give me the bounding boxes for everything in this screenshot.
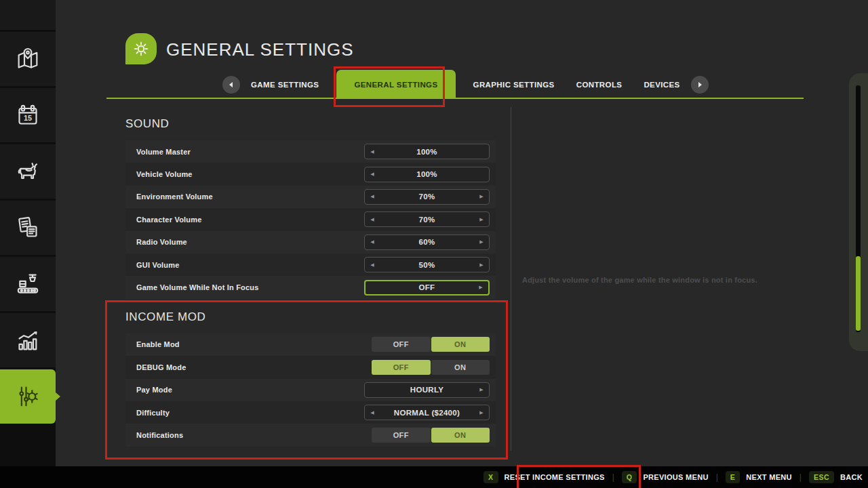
setting-label: Difficulty bbox=[136, 409, 170, 417]
setting-label: DEBUG Mode bbox=[136, 363, 186, 371]
setting-control: OFFON bbox=[364, 360, 490, 375]
stepper-right-arrow-icon[interactable]: ▶ bbox=[475, 258, 488, 272]
next-tabs-button[interactable] bbox=[691, 76, 709, 94]
key-badge: Q bbox=[622, 471, 637, 483]
section-title: INCOME MOD bbox=[125, 310, 496, 324]
stepper-right-arrow-icon[interactable]: ▶ bbox=[475, 190, 488, 204]
keybind-bar: XRESET INCOME SETTINGS|QPREVIOUS MENU|EN… bbox=[0, 466, 868, 488]
stepper-left-arrow-icon[interactable]: ◀ bbox=[366, 258, 378, 272]
animals-icon bbox=[14, 158, 41, 185]
calendar-icon: 15 bbox=[14, 102, 41, 129]
prev-tabs-button[interactable] bbox=[222, 76, 240, 94]
setting-control: OFFON bbox=[364, 428, 490, 443]
tab-controls[interactable]: CONTROLS bbox=[576, 81, 623, 89]
keybind-previous-menu[interactable]: QPREVIOUS MENU bbox=[622, 471, 709, 483]
value-stepper[interactable]: ◀60%▶ bbox=[364, 235, 490, 250]
toggle-group: OFFON bbox=[372, 337, 490, 352]
setting-control: ◀70%▶ bbox=[364, 189, 490, 205]
setting-row: Vehicle Volume◀100% bbox=[125, 163, 496, 185]
value-stepper[interactable]: ◀70%▶ bbox=[364, 211, 490, 227]
setting-control: HOURLY▶ bbox=[364, 382, 490, 398]
stepper-right-arrow-icon[interactable]: ▶ bbox=[475, 212, 488, 226]
stepper-right-arrow-icon[interactable]: ▶ bbox=[475, 235, 488, 249]
sidebar-item-animals[interactable] bbox=[0, 144, 56, 199]
scrollbar-thumb[interactable] bbox=[856, 256, 861, 331]
setting-control: OFF▶ bbox=[364, 280, 490, 296]
stepper-left-arrow-icon[interactable]: ◀ bbox=[366, 167, 378, 182]
production-icon bbox=[14, 270, 41, 298]
settings-icon bbox=[14, 383, 41, 410]
setting-label: Notifications bbox=[136, 431, 183, 439]
chevron-right-icon bbox=[698, 82, 702, 87]
toggle-off-button[interactable]: OFF bbox=[372, 337, 431, 352]
setting-control: ◀100% bbox=[364, 144, 490, 159]
setting-control: ◀NORMAL ($2400)▶ bbox=[364, 405, 490, 420]
gear-icon bbox=[125, 33, 157, 64]
tab-underline bbox=[106, 98, 804, 99]
stepper-left-arrow-icon[interactable]: ◀ bbox=[366, 405, 378, 420]
setting-control: ◀70%▶ bbox=[364, 211, 490, 227]
sidebar-item-settings[interactable] bbox=[0, 369, 56, 424]
keybind-separator: | bbox=[716, 472, 718, 482]
setting-control: ◀100% bbox=[364, 167, 490, 182]
setting-label: Game Volume While Not In Focus bbox=[136, 283, 259, 291]
setting-label: Radio Volume bbox=[136, 238, 187, 246]
value-stepper[interactable]: ◀NORMAL ($2400)▶ bbox=[364, 405, 490, 420]
toggle-on-button[interactable]: ON bbox=[431, 337, 490, 352]
stepper-value: 70% bbox=[419, 216, 435, 224]
toggle-group: OFFON bbox=[372, 428, 490, 443]
sidebar-item-calendar[interactable]: 15 bbox=[0, 88, 56, 142]
stepper-left-arrow-icon[interactable]: ◀ bbox=[366, 144, 378, 159]
scrollbar[interactable] bbox=[849, 73, 868, 351]
value-stepper[interactable]: ◀100% bbox=[364, 167, 490, 182]
setting-row: Environment Volume◀70%▶ bbox=[125, 186, 496, 208]
sidebar-item-contracts[interactable] bbox=[0, 201, 56, 255]
sidebar-item-statistics[interactable] bbox=[0, 313, 56, 367]
keybind-label: PREVIOUS MENU bbox=[643, 473, 708, 481]
scrollbar-track[interactable] bbox=[856, 85, 861, 332]
setting-row: NotificationsOFFON bbox=[125, 424, 496, 446]
stepper-left-arrow-icon[interactable]: ◀ bbox=[366, 190, 378, 204]
setting-label: Pay Mode bbox=[136, 386, 172, 394]
tab-general-settings[interactable]: GENERAL SETTINGS bbox=[336, 70, 455, 99]
value-stepper[interactable]: ◀70%▶ bbox=[364, 189, 490, 205]
contracts-icon bbox=[14, 214, 41, 241]
value-stepper[interactable]: OFF▶ bbox=[364, 280, 490, 296]
keybind-label: BACK bbox=[840, 473, 863, 481]
setting-row: GUI Volume◀50%▶ bbox=[125, 253, 496, 276]
setting-row: Character Volume◀70%▶ bbox=[125, 208, 496, 230]
stepper-left-arrow-icon[interactable]: ◀ bbox=[366, 235, 378, 249]
stepper-value: HOURLY bbox=[410, 386, 443, 394]
section-rows: Enable ModOFFONDEBUG ModeOFFONPay ModeHO… bbox=[125, 333, 496, 447]
stepper-left-arrow-icon[interactable]: ◀ bbox=[366, 212, 378, 226]
stepper-right-arrow-icon[interactable]: ▶ bbox=[475, 383, 488, 397]
sidebar: 15 bbox=[0, 0, 56, 466]
tab-devices[interactable]: DEVICES bbox=[644, 81, 679, 89]
toggle-on-button[interactable]: ON bbox=[431, 428, 490, 443]
value-stepper[interactable]: HOURLY▶ bbox=[364, 382, 490, 398]
toggle-off-button[interactable]: OFF bbox=[372, 428, 431, 443]
value-stepper[interactable]: ◀100% bbox=[364, 144, 490, 159]
toggle-on-button[interactable]: ON bbox=[431, 360, 490, 375]
sidebar-item-production[interactable] bbox=[0, 257, 56, 311]
tab-game-settings[interactable]: GAME SETTINGS bbox=[251, 81, 319, 89]
toggle-group: OFFON bbox=[372, 360, 490, 375]
value-stepper[interactable]: ◀50%▶ bbox=[364, 257, 490, 272]
setting-row: Game Volume While Not In FocusOFF▶ bbox=[125, 276, 496, 298]
keybind-reset-income-settings[interactable]: XRESET INCOME SETTINGS bbox=[484, 471, 605, 483]
setting-label: Vehicle Volume bbox=[136, 170, 193, 178]
toggle-off-button[interactable]: OFF bbox=[372, 360, 431, 375]
stepper-value: 70% bbox=[419, 192, 435, 201]
keybind-next-menu[interactable]: ENEXT MENU bbox=[726, 471, 792, 483]
tab-graphic-settings[interactable]: GRAPHIC SETTINGS bbox=[473, 81, 555, 89]
sidebar-item-map[interactable] bbox=[0, 32, 56, 86]
setting-control: ◀50%▶ bbox=[364, 257, 490, 272]
tab-bar: GAME SETTINGSGENERAL SETTINGSGRAPHIC SET… bbox=[222, 70, 709, 99]
setting-row: Radio Volume◀60%▶ bbox=[125, 231, 496, 253]
stepper-right-arrow-icon[interactable]: ▶ bbox=[475, 281, 487, 294]
setting-label: Character Volume bbox=[136, 216, 202, 224]
setting-row: Pay ModeHOURLY▶ bbox=[125, 379, 496, 401]
stepper-right-arrow-icon[interactable]: ▶ bbox=[475, 405, 488, 420]
key-badge: E bbox=[726, 471, 741, 483]
keybind-back[interactable]: ESCBACK bbox=[809, 471, 863, 483]
